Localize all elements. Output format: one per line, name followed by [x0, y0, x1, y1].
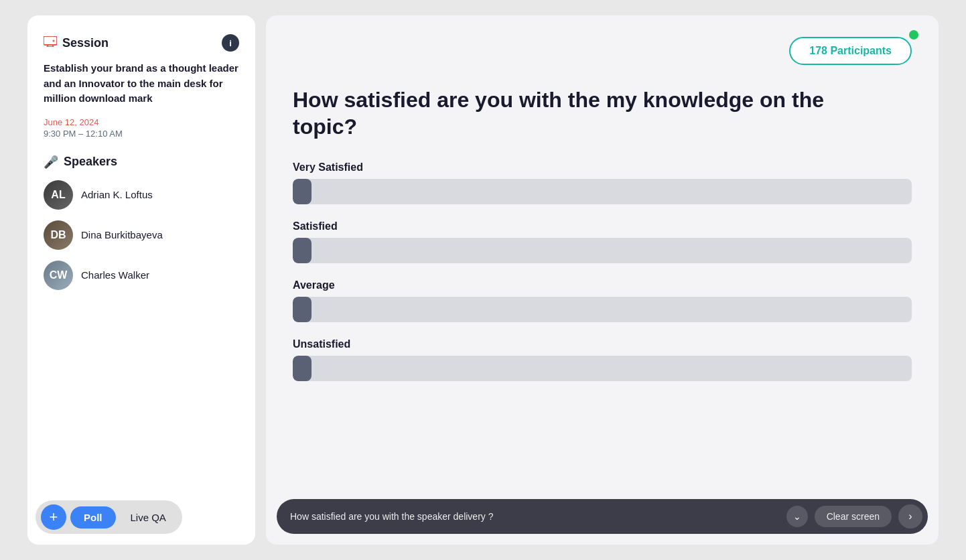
- option-label: Satisfied: [293, 220, 912, 232]
- option-label: Unsatisfied: [293, 338, 912, 350]
- speaker-item: CW Charles Walker: [44, 261, 239, 290]
- info-icon[interactable]: i: [222, 34, 239, 52]
- poll-button[interactable]: Poll: [70, 506, 116, 529]
- session-header: Session i: [44, 34, 239, 52]
- poll-question-title: How satisfied are you with the my knowle…: [293, 86, 842, 140]
- poll-option: Unsatisfied: [293, 338, 912, 381]
- bar-track: [293, 356, 912, 381]
- svg-point-4: [53, 40, 55, 42]
- bar-track: [293, 297, 912, 322]
- poll-option: Very Satisfied: [293, 161, 912, 204]
- session-description: Establish your brand as a thought leader…: [44, 61, 239, 107]
- speakers-header: 🎤 Speakers: [44, 155, 239, 169]
- participants-button[interactable]: 178 Participants: [789, 37, 912, 65]
- question-preview-text: How satisfied are you with the speaker d…: [290, 511, 780, 522]
- main-content: 178 Participants How satisfied are you w…: [266, 15, 939, 545]
- next-button[interactable]: ›: [898, 504, 922, 529]
- mic-icon: 🎤: [44, 155, 58, 169]
- session-date: June 12, 2024: [44, 117, 239, 127]
- bar-fill: [293, 179, 312, 204]
- bar-fill: [293, 297, 312, 322]
- speaker-avatar: DB: [44, 220, 73, 250]
- top-row: 178 Participants: [293, 37, 912, 65]
- poll-option: Satisfied: [293, 220, 912, 263]
- option-label: Very Satisfied: [293, 161, 912, 173]
- speakers-list: AL Adrian K. Loftus DB Dina Burkitbayeva…: [44, 180, 239, 301]
- option-label: Average: [293, 279, 912, 291]
- poll-options: Very Satisfied Satisfied Average Unsatis…: [293, 161, 912, 397]
- cast-icon: [44, 36, 57, 50]
- bar-fill: [293, 238, 312, 263]
- speakers-label: Speakers: [64, 155, 117, 169]
- chevron-down-button[interactable]: ⌄: [786, 506, 808, 527]
- speaker-item: DB Dina Burkitbayeva: [44, 220, 239, 250]
- speaker-name: Adrian K. Loftus: [81, 189, 153, 200]
- speaker-name: Dina Burkitbayeva: [81, 229, 163, 240]
- question-bar: How satisfied are you with the speaker d…: [277, 499, 928, 534]
- sidebar: Session i Establish your brand as a thou…: [27, 15, 255, 545]
- clear-screen-button[interactable]: Clear screen: [815, 506, 892, 527]
- bottom-bar: + Poll Live QA: [27, 500, 255, 534]
- speaker-name: Charles Walker: [81, 269, 149, 281]
- session-time: 9:30 PM – 12:10 AM: [44, 129, 239, 139]
- speaker-item: AL Adrian K. Loftus: [44, 180, 239, 210]
- session-title-row: Session: [44, 36, 109, 50]
- bar-track: [293, 179, 912, 204]
- session-label: Session: [62, 36, 109, 50]
- participants-area: 178 Participants: [789, 37, 912, 65]
- online-indicator: [909, 30, 918, 40]
- add-button[interactable]: +: [41, 504, 66, 530]
- svg-rect-0: [44, 36, 57, 45]
- speaker-avatar: CW: [44, 261, 73, 290]
- poll-option: Average: [293, 279, 912, 322]
- bar-track: [293, 238, 912, 263]
- bar-fill: [293, 356, 312, 381]
- bottom-left-controls: + Poll Live QA: [36, 500, 182, 534]
- speaker-avatar: AL: [44, 180, 73, 210]
- liveqa-button[interactable]: Live QA: [120, 506, 177, 529]
